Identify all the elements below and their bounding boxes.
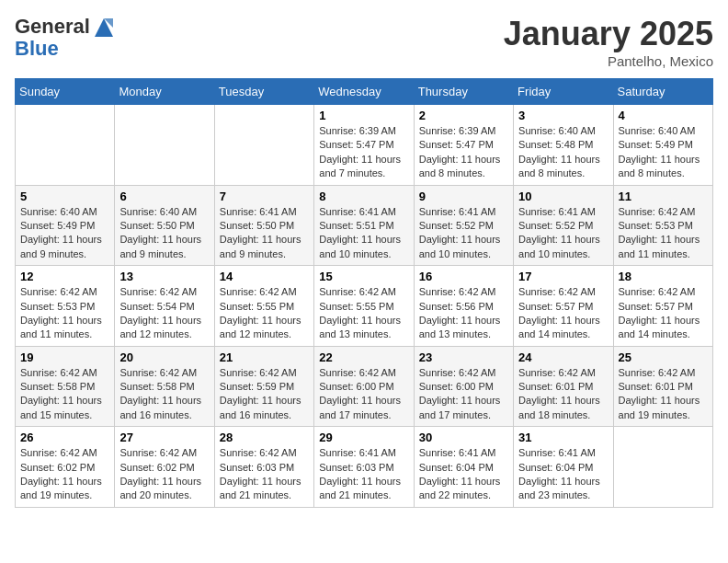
calendar-cell: 27Sunrise: 6:42 AMSunset: 6:02 PMDayligh…: [115, 427, 214, 508]
logo-icon: [91, 15, 117, 40]
day-number: 13: [119, 270, 209, 283]
calendar-cell: [115, 105, 214, 186]
col-header-friday: Friday: [514, 79, 613, 105]
day-info: Sunrise: 6:41 AMSunset: 5:50 PMDaylight:…: [220, 205, 309, 262]
calendar-cell: 13Sunrise: 6:42 AMSunset: 5:54 PMDayligh…: [115, 266, 214, 347]
calendar-cell: 10Sunrise: 6:41 AMSunset: 5:52 PMDayligh…: [514, 185, 613, 266]
calendar-cell: 7Sunrise: 6:41 AMSunset: 5:50 PMDaylight…: [214, 185, 313, 266]
calendar-cell: 31Sunrise: 6:41 AMSunset: 6:04 PMDayligh…: [514, 427, 613, 508]
day-number: 4: [619, 109, 708, 122]
calendar-cell: [214, 105, 313, 186]
day-info: Sunrise: 6:42 AMSunset: 5:55 PMDaylight:…: [220, 285, 309, 342]
calendar-cell: 19Sunrise: 6:42 AMSunset: 5:58 PMDayligh…: [16, 346, 115, 427]
calendar-cell: 2Sunrise: 6:39 AMSunset: 5:47 PMDaylight…: [414, 105, 513, 186]
day-number: 12: [20, 270, 109, 283]
day-number: 25: [619, 350, 708, 364]
day-info: Sunrise: 6:42 AMSunset: 6:00 PMDaylight:…: [419, 366, 508, 423]
calendar-cell: 9Sunrise: 6:41 AMSunset: 5:52 PMDaylight…: [414, 185, 513, 266]
day-info: Sunrise: 6:41 AMSunset: 5:52 PMDaylight:…: [419, 205, 508, 262]
day-number: 14: [220, 270, 309, 283]
day-number: 27: [119, 431, 209, 444]
day-number: 20: [119, 350, 209, 364]
col-header-sunday: Sunday: [16, 79, 115, 105]
month-title: January 2025: [504, 15, 713, 53]
day-number: 23: [419, 350, 508, 364]
calendar-cell: 29Sunrise: 6:41 AMSunset: 6:03 PMDayligh…: [314, 427, 414, 508]
day-number: 21: [220, 350, 309, 364]
calendar-cell: 30Sunrise: 6:41 AMSunset: 6:04 PMDayligh…: [414, 427, 513, 508]
calendar-cell: 11Sunrise: 6:42 AMSunset: 5:53 PMDayligh…: [613, 185, 712, 266]
calendar-cell: 6Sunrise: 6:40 AMSunset: 5:50 PMDaylight…: [115, 185, 214, 266]
day-info: Sunrise: 6:40 AMSunset: 5:50 PMDaylight:…: [119, 205, 209, 262]
col-header-wednesday: Wednesday: [314, 79, 414, 105]
calendar-week-row: 5Sunrise: 6:40 AMSunset: 5:49 PMDaylight…: [16, 185, 713, 266]
calendar-cell: 16Sunrise: 6:42 AMSunset: 5:56 PMDayligh…: [414, 266, 513, 347]
day-info: Sunrise: 6:42 AMSunset: 5:57 PMDaylight:…: [518, 285, 608, 342]
day-number: 19: [20, 350, 109, 364]
calendar-cell: 5Sunrise: 6:40 AMSunset: 5:49 PMDaylight…: [16, 185, 115, 266]
day-info: Sunrise: 6:42 AMSunset: 6:02 PMDaylight:…: [119, 446, 209, 503]
calendar-cell: 21Sunrise: 6:42 AMSunset: 5:59 PMDayligh…: [214, 346, 313, 427]
day-info: Sunrise: 6:42 AMSunset: 5:53 PMDaylight:…: [619, 205, 708, 262]
calendar-cell: 15Sunrise: 6:42 AMSunset: 5:55 PMDayligh…: [314, 266, 414, 347]
day-info: Sunrise: 6:41 AMSunset: 6:04 PMDaylight:…: [419, 446, 508, 503]
day-info: Sunrise: 6:42 AMSunset: 5:58 PMDaylight:…: [119, 366, 209, 423]
day-number: 22: [319, 350, 408, 364]
calendar-cell: [16, 105, 115, 186]
day-info: Sunrise: 6:40 AMSunset: 5:49 PMDaylight:…: [619, 124, 708, 181]
day-info: Sunrise: 6:42 AMSunset: 5:54 PMDaylight:…: [119, 285, 209, 342]
calendar-table: SundayMondayTuesdayWednesdayThursdayFrid…: [15, 78, 713, 508]
day-number: 17: [518, 270, 608, 283]
day-info: Sunrise: 6:42 AMSunset: 5:53 PMDaylight:…: [20, 285, 109, 342]
day-number: 30: [419, 431, 508, 444]
calendar-cell: 28Sunrise: 6:42 AMSunset: 6:03 PMDayligh…: [214, 427, 313, 508]
calendar-cell: 26Sunrise: 6:42 AMSunset: 6:02 PMDayligh…: [16, 427, 115, 508]
location: Pantelho, Mexico: [504, 53, 713, 69]
day-info: Sunrise: 6:39 AMSunset: 5:47 PMDaylight:…: [319, 124, 408, 181]
day-number: 7: [220, 190, 309, 203]
col-header-tuesday: Tuesday: [214, 79, 313, 105]
day-number: 1: [319, 109, 408, 122]
day-info: Sunrise: 6:42 AMSunset: 5:59 PMDaylight:…: [220, 366, 309, 423]
calendar-cell: 17Sunrise: 6:42 AMSunset: 5:57 PMDayligh…: [514, 266, 613, 347]
calendar-week-row: 1Sunrise: 6:39 AMSunset: 5:47 PMDaylight…: [16, 105, 713, 186]
calendar-cell: 4Sunrise: 6:40 AMSunset: 5:49 PMDaylight…: [613, 105, 712, 186]
day-info: Sunrise: 6:42 AMSunset: 5:57 PMDaylight:…: [619, 285, 708, 342]
day-number: 15: [319, 270, 408, 283]
day-number: 29: [319, 431, 408, 444]
calendar-cell: 1Sunrise: 6:39 AMSunset: 5:47 PMDaylight…: [314, 105, 414, 186]
col-header-thursday: Thursday: [414, 79, 513, 105]
calendar-week-row: 19Sunrise: 6:42 AMSunset: 5:58 PMDayligh…: [16, 346, 713, 427]
day-info: Sunrise: 6:42 AMSunset: 5:58 PMDaylight:…: [20, 366, 109, 423]
day-info: Sunrise: 6:41 AMSunset: 5:51 PMDaylight:…: [319, 205, 408, 262]
calendar-cell: 18Sunrise: 6:42 AMSunset: 5:57 PMDayligh…: [613, 266, 712, 347]
day-number: 24: [518, 350, 608, 364]
day-number: 5: [20, 190, 109, 203]
calendar-week-row: 12Sunrise: 6:42 AMSunset: 5:53 PMDayligh…: [16, 266, 713, 347]
page-header: General Blue January 2025 Pantelho, Mexi…: [15, 15, 713, 69]
calendar-cell: 12Sunrise: 6:42 AMSunset: 5:53 PMDayligh…: [16, 266, 115, 347]
day-number: 26: [20, 431, 109, 444]
day-info: Sunrise: 6:41 AMSunset: 6:03 PMDaylight:…: [319, 446, 408, 503]
col-header-monday: Monday: [115, 79, 214, 105]
calendar-cell: 22Sunrise: 6:42 AMSunset: 6:00 PMDayligh…: [314, 346, 414, 427]
day-number: 8: [319, 190, 408, 203]
calendar-cell: [613, 427, 712, 508]
day-info: Sunrise: 6:42 AMSunset: 5:56 PMDaylight:…: [419, 285, 508, 342]
day-info: Sunrise: 6:42 AMSunset: 6:00 PMDaylight:…: [319, 366, 408, 423]
day-number: 18: [619, 270, 708, 283]
day-info: Sunrise: 6:42 AMSunset: 6:01 PMDaylight:…: [518, 366, 608, 423]
day-number: 31: [518, 431, 608, 444]
col-header-saturday: Saturday: [613, 79, 712, 105]
day-number: 11: [619, 190, 708, 203]
calendar-cell: 23Sunrise: 6:42 AMSunset: 6:00 PMDayligh…: [414, 346, 513, 427]
day-number: 28: [220, 431, 309, 444]
day-number: 6: [119, 190, 209, 203]
day-info: Sunrise: 6:40 AMSunset: 5:48 PMDaylight:…: [518, 124, 608, 181]
day-info: Sunrise: 6:42 AMSunset: 5:55 PMDaylight:…: [319, 285, 408, 342]
calendar-header-row: SundayMondayTuesdayWednesdayThursdayFrid…: [16, 79, 713, 105]
calendar-week-row: 26Sunrise: 6:42 AMSunset: 6:02 PMDayligh…: [16, 427, 713, 508]
day-info: Sunrise: 6:42 AMSunset: 6:03 PMDaylight:…: [220, 446, 309, 503]
day-info: Sunrise: 6:42 AMSunset: 6:02 PMDaylight:…: [20, 446, 109, 503]
logo-general: General: [15, 15, 90, 38]
